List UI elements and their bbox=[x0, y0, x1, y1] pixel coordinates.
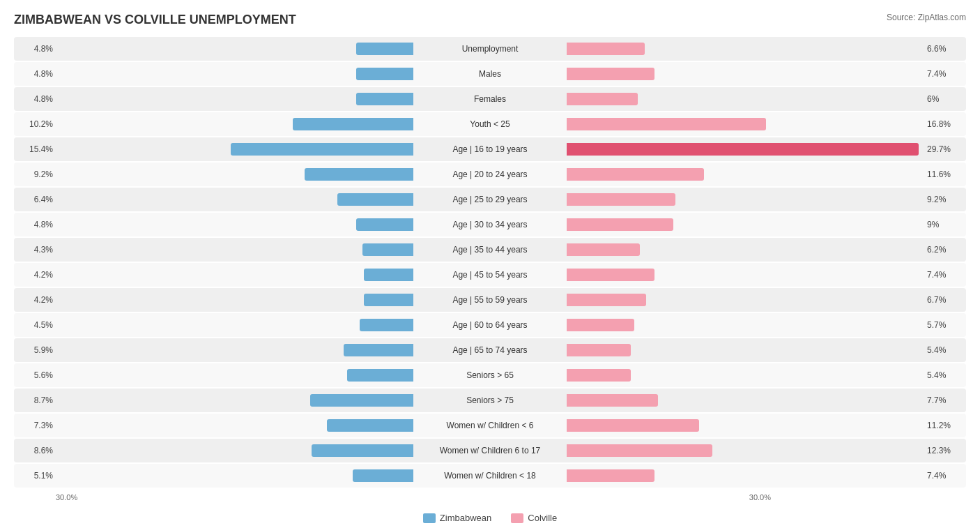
val-right-14: 7.7% bbox=[924, 395, 960, 405]
bar-right-wrap-8 bbox=[567, 243, 924, 256]
val-right-8: 6.2% bbox=[924, 245, 960, 255]
bar-left-wrap-8 bbox=[56, 243, 413, 256]
bar-right-wrap-7 bbox=[567, 218, 924, 231]
row-label-9: Age | 45 to 54 years bbox=[413, 270, 567, 280]
bar-right-wrap-5 bbox=[567, 168, 924, 181]
val-right-2: 6% bbox=[924, 94, 960, 104]
bar-left-wrap-16 bbox=[56, 444, 413, 457]
row-label-12: Age | 65 to 74 years bbox=[413, 345, 567, 355]
bar-left-wrap-1 bbox=[56, 68, 413, 80]
bar-left-wrap-17 bbox=[56, 469, 413, 482]
bar-right-6 bbox=[567, 193, 675, 206]
bar-row: 10.2% Youth < 25 16.8% bbox=[14, 112, 966, 136]
val-left-5: 9.2% bbox=[20, 169, 56, 179]
colville-label: Colville bbox=[528, 513, 557, 523]
bar-right-9 bbox=[567, 269, 654, 281]
bar-right-wrap-1 bbox=[567, 68, 924, 80]
val-left-0: 4.8% bbox=[20, 44, 56, 54]
val-right-3: 16.8% bbox=[924, 119, 960, 129]
bar-left-10 bbox=[364, 294, 413, 306]
row-label-13: Seniors > 65 bbox=[413, 370, 567, 380]
legend: Zimbabwean Colville bbox=[14, 513, 966, 523]
bar-right-wrap-6 bbox=[567, 193, 924, 206]
row-label-3: Youth < 25 bbox=[413, 119, 567, 129]
val-left-11: 4.5% bbox=[20, 320, 56, 330]
bar-row: 4.8% Females 6% bbox=[14, 87, 966, 111]
row-label-5: Age | 20 to 24 years bbox=[413, 169, 567, 179]
val-right-1: 7.4% bbox=[924, 69, 960, 79]
bar-row: 4.8% Males 7.4% bbox=[14, 62, 966, 86]
chart-container: ZIMBABWEAN VS COLVILLE UNEMPLOYMENT Sour… bbox=[0, 0, 980, 528]
legend-zimbabwean: Zimbabwean bbox=[423, 513, 491, 523]
val-right-5: 11.6% bbox=[924, 169, 960, 179]
bar-row: 4.5% Age | 60 to 64 years 5.7% bbox=[14, 313, 966, 337]
bar-right-wrap-12 bbox=[567, 344, 924, 356]
bar-right-wrap-0 bbox=[567, 43, 924, 55]
bar-right-10 bbox=[567, 294, 646, 306]
row-label-14: Seniors > 75 bbox=[413, 395, 567, 405]
val-left-17: 5.1% bbox=[20, 471, 56, 481]
axis-left-label: 30.0% bbox=[56, 493, 77, 501]
bar-right-13 bbox=[567, 369, 631, 382]
val-left-8: 4.3% bbox=[20, 245, 56, 255]
bar-right-5 bbox=[567, 168, 704, 181]
bar-right-wrap-9 bbox=[567, 269, 924, 281]
bar-right-wrap-3 bbox=[567, 118, 924, 130]
bar-left-8 bbox=[362, 243, 413, 256]
bar-row: 5.1% Women w/ Children < 18 7.4% bbox=[14, 464, 966, 488]
bar-left-wrap-3 bbox=[56, 118, 413, 130]
colville-swatch bbox=[511, 513, 523, 523]
bar-right-wrap-17 bbox=[567, 469, 924, 482]
val-right-12: 5.4% bbox=[924, 345, 960, 355]
bar-left-wrap-0 bbox=[56, 43, 413, 55]
val-right-13: 5.4% bbox=[924, 370, 960, 380]
val-left-1: 4.8% bbox=[20, 69, 56, 79]
bar-row: 9.2% Age | 20 to 24 years 11.6% bbox=[14, 163, 966, 186]
bar-right-8 bbox=[567, 243, 640, 256]
bar-left-1 bbox=[356, 68, 413, 80]
row-label-2: Females bbox=[413, 94, 567, 104]
bar-row: 5.6% Seniors > 65 5.4% bbox=[14, 363, 966, 387]
bar-right-wrap-10 bbox=[567, 294, 924, 306]
bar-row: 4.3% Age | 35 to 44 years 6.2% bbox=[14, 238, 966, 262]
val-left-10: 4.2% bbox=[20, 295, 56, 305]
val-right-15: 11.2% bbox=[924, 421, 960, 430]
bar-row: 4.8% Unemployment 6.6% bbox=[14, 37, 966, 61]
val-right-0: 6.6% bbox=[924, 44, 960, 54]
row-label-10: Age | 55 to 59 years bbox=[413, 295, 567, 305]
bar-left-wrap-9 bbox=[56, 269, 413, 281]
bar-right-16 bbox=[567, 444, 712, 457]
bar-row: 8.6% Women w/ Children 6 to 17 12.3% bbox=[14, 439, 966, 462]
val-right-9: 7.4% bbox=[924, 270, 960, 280]
bar-right-15 bbox=[567, 419, 699, 432]
bar-left-14 bbox=[310, 394, 413, 407]
bar-left-12 bbox=[344, 344, 413, 356]
bar-left-6 bbox=[337, 193, 413, 206]
bar-right-12 bbox=[567, 344, 631, 356]
row-label-0: Unemployment bbox=[413, 44, 567, 54]
bar-left-9 bbox=[364, 269, 413, 281]
chart-title: ZIMBABWEAN VS COLVILLE UNEMPLOYMENT bbox=[14, 13, 296, 27]
bar-row: 4.8% Age | 30 to 34 years 9% bbox=[14, 213, 966, 236]
bar-right-2 bbox=[567, 93, 638, 105]
bar-row: 8.7% Seniors > 75 7.7% bbox=[14, 389, 966, 412]
bar-row: 6.4% Age | 25 to 29 years 9.2% bbox=[14, 188, 966, 211]
bar-left-16 bbox=[312, 444, 413, 457]
row-label-7: Age | 30 to 34 years bbox=[413, 220, 567, 229]
val-left-12: 5.9% bbox=[20, 345, 56, 355]
bar-right-wrap-2 bbox=[567, 93, 924, 105]
bar-left-wrap-6 bbox=[56, 193, 413, 206]
zimbabwean-label: Zimbabwean bbox=[440, 513, 491, 523]
val-right-6: 9.2% bbox=[924, 195, 960, 204]
axis-right-label: 30.0% bbox=[749, 493, 771, 501]
bar-left-wrap-14 bbox=[56, 394, 413, 407]
bar-left-4 bbox=[231, 143, 413, 156]
bar-row: 4.2% Age | 55 to 59 years 6.7% bbox=[14, 288, 966, 312]
chart-header: ZIMBABWEAN VS COLVILLE UNEMPLOYMENT Sour… bbox=[14, 13, 966, 27]
bar-left-15 bbox=[327, 419, 413, 432]
bar-left-2 bbox=[356, 93, 413, 105]
bar-row: 5.9% Age | 65 to 74 years 5.4% bbox=[14, 338, 966, 362]
val-left-4: 15.4% bbox=[20, 144, 56, 154]
val-right-11: 5.7% bbox=[924, 320, 960, 330]
legend-colville: Colville bbox=[511, 513, 557, 523]
